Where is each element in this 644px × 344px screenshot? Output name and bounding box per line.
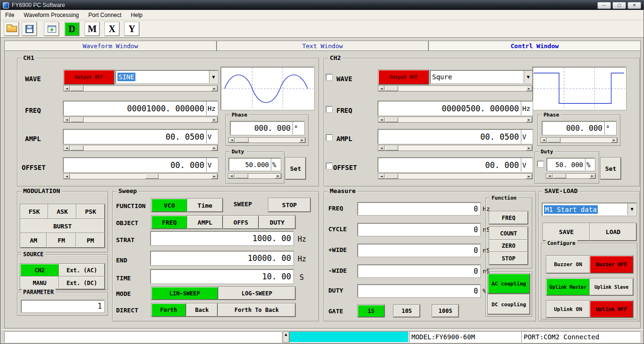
scroll-thumb[interactable] xyxy=(145,174,159,179)
ch1-phase-scrollbar[interactable]: ◄ ► xyxy=(228,137,306,143)
scroll-right-icon[interactable]: ► xyxy=(211,117,217,122)
tab-waveform-window[interactable]: Waveform Window xyxy=(4,41,217,51)
gate-10s-button[interactable]: 10S xyxy=(393,305,420,317)
scroll-track[interactable] xyxy=(385,174,526,179)
ch2-freq-field[interactable]: 00000500. 000000 Hz xyxy=(378,101,533,116)
ch2-ampl-value[interactable]: 00. 0500 xyxy=(378,130,521,143)
measure-nwide-value[interactable]: 0 xyxy=(358,265,480,277)
scroll-right-icon[interactable]: ► xyxy=(275,174,281,178)
back-button[interactable]: Back xyxy=(186,303,217,317)
y-button[interactable]: Y xyxy=(125,22,139,36)
scroll-thumb[interactable] xyxy=(70,117,84,122)
menu-item-port-connect[interactable]: Port Connect xyxy=(84,10,126,20)
scroll-thumb[interactable] xyxy=(385,117,398,122)
ch1-wave-scrollbar[interactable]: ◄ ► xyxy=(63,85,218,92)
scroll-right-icon[interactable]: ► xyxy=(526,117,532,122)
ch1-offset-scrollbar[interactable]: ◄ ► xyxy=(63,173,218,179)
ch1-phase-field[interactable]: 000. 000 ° xyxy=(230,121,304,135)
tab-text-window[interactable]: Text Window xyxy=(217,41,429,51)
source-ext-dc-button[interactable]: Ext. (DC) xyxy=(59,277,105,289)
chevron-down-icon[interactable]: ▼ xyxy=(209,71,217,83)
menu-item-help[interactable]: Help xyxy=(126,10,147,20)
d-button[interactable]: D xyxy=(65,22,79,36)
source-ext-ac-button[interactable]: Ext. (AC) xyxy=(59,264,105,277)
ch2-phase-scrollbar[interactable]: ◄ ► xyxy=(540,137,618,143)
ch1-freq-field[interactable]: 00001000. 000000 Hz xyxy=(63,101,218,116)
object-ampl-button[interactable]: AMPL xyxy=(187,216,223,229)
ch2-offset-checkbox[interactable] xyxy=(326,163,332,169)
scroll-right-icon[interactable]: ► xyxy=(611,138,617,143)
uplink-on-button[interactable]: Uplink ON xyxy=(546,301,590,318)
ch1-ampl-field[interactable]: 00. 0500 V xyxy=(63,129,218,144)
ch2-duty-field[interactable]: 50. 000 % xyxy=(547,158,595,171)
scroll-track[interactable] xyxy=(385,145,526,151)
function-zero-button[interactable]: ZERO xyxy=(489,240,528,252)
time-button[interactable]: Time xyxy=(187,199,223,212)
pm-button[interactable]: PM xyxy=(76,233,105,248)
scroll-left-icon[interactable]: ◄ xyxy=(541,138,547,143)
new-window-button[interactable] xyxy=(44,22,59,36)
chevron-down-icon[interactable]: ▼ xyxy=(524,71,532,83)
measure-freq-field[interactable]: 0 xyxy=(358,202,480,215)
scroll-left-icon[interactable]: ◄ xyxy=(378,145,385,151)
menu-item-waveform-processing[interactable]: Waveform Processing xyxy=(19,10,84,20)
minimize-button[interactable]: — xyxy=(597,2,611,9)
uplink-master-button[interactable]: Uplink Master xyxy=(546,278,590,295)
sweep-stop-button[interactable]: STOP xyxy=(268,198,310,212)
scroll-right-icon[interactable]: ► xyxy=(299,138,305,143)
sweep-time-field[interactable]: 10. 00 xyxy=(151,269,293,284)
psk-button[interactable]: PSK xyxy=(76,204,105,219)
ch1-offset-value[interactable]: 00. 000 xyxy=(64,158,206,172)
ch1-output-toggle[interactable]: Output OFF xyxy=(64,70,114,84)
save-file-button[interactable] xyxy=(22,22,37,36)
maximize-button[interactable]: ▢ xyxy=(612,2,626,9)
ch2-duty-scrollbar[interactable]: ◄ ► xyxy=(546,173,596,179)
scroll-thumb[interactable] xyxy=(70,145,84,151)
ch2-freq-checkbox[interactable] xyxy=(326,106,332,112)
ch2-wave-checkbox[interactable] xyxy=(326,74,332,80)
measure-cycle-value[interactable]: 0 xyxy=(358,224,480,235)
ch2-wave-scrollbar[interactable]: ◄ ► xyxy=(378,85,533,92)
tab-contrl-window[interactable]: Contrl Window xyxy=(428,41,641,51)
load-button[interactable]: LOAD xyxy=(590,223,636,241)
ch2-offset-field[interactable]: 00. 000 V xyxy=(378,158,533,172)
scroll-right-icon[interactable]: ► xyxy=(211,145,217,151)
buzzer-off-button[interactable]: Buzzer OFF xyxy=(590,256,633,273)
uplink-off-button[interactable]: Uplink OFF xyxy=(590,301,633,318)
ch2-duty-set-button[interactable]: Set xyxy=(601,158,621,179)
x-button[interactable]: X xyxy=(105,22,119,36)
ch2-duty-value[interactable]: 50. 000 xyxy=(547,159,585,170)
scroll-left-icon[interactable]: ◄ xyxy=(546,174,552,178)
scroll-right-icon[interactable]: ► xyxy=(526,174,532,179)
ch2-ampl-scrollbar[interactable]: ◄ ► xyxy=(378,145,533,151)
close-button[interactable]: ✕ xyxy=(627,2,641,9)
scroll-left-icon[interactable]: ◄ xyxy=(378,174,385,179)
fm-button[interactable]: FM xyxy=(47,233,76,248)
measure-cycle-field[interactable]: 0 xyxy=(358,223,480,236)
object-offs-button[interactable]: OFFS xyxy=(223,216,259,229)
ch2-offset-value[interactable]: 00. 000 xyxy=(378,158,521,172)
ch1-phase-value[interactable]: 000. 000 xyxy=(231,122,293,134)
source-manu-button[interactable]: MANU xyxy=(20,277,59,289)
scroll-thumb[interactable] xyxy=(385,145,398,151)
sweep-time-value[interactable]: 10. 00 xyxy=(151,270,293,283)
scroll-left-icon[interactable]: ◄ xyxy=(378,86,385,91)
ch2-freq-value[interactable]: 00000500. 000000 xyxy=(378,101,521,115)
measure-freq-value[interactable]: 0 xyxy=(358,203,480,215)
scroll-left-icon[interactable]: ◄ xyxy=(229,138,235,143)
scroll-thumb[interactable] xyxy=(235,174,248,178)
ch1-wave-select[interactable]: SINE ▼ xyxy=(116,70,218,84)
scroll-thumb[interactable] xyxy=(547,138,560,143)
uplink-slave-button[interactable]: Uplink Slave xyxy=(590,278,633,295)
ch2-freq-scrollbar[interactable]: ◄ ► xyxy=(378,117,533,123)
end-field[interactable]: 10000. 00 xyxy=(151,251,293,265)
scroll-track[interactable] xyxy=(547,138,611,143)
m-button[interactable]: M xyxy=(85,22,100,36)
ch2-duty-checkbox[interactable] xyxy=(537,161,544,167)
scroll-track[interactable] xyxy=(552,174,589,178)
object-duty-button[interactable]: DUTY xyxy=(259,216,295,229)
ch1-duty-set-button[interactable]: Set xyxy=(285,158,306,179)
ch1-freq-value[interactable]: 00001000. 000000 xyxy=(64,101,206,115)
scroll-left-icon[interactable]: ◄ xyxy=(64,174,70,179)
ch2-ampl-field[interactable]: 00. 0500 V xyxy=(378,129,533,144)
